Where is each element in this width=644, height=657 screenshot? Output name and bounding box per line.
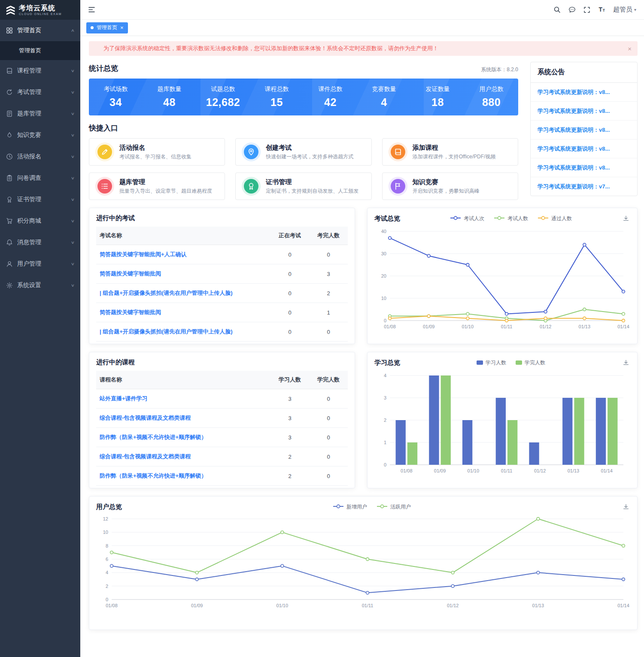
svg-text:01/12: 01/12 [540,324,552,329]
download-icon[interactable] [622,214,630,223]
shortcut-question-bank[interactable]: 题库管理批量导入导出、设定章节、题目难易程度 [89,173,225,200]
chevron-down-icon: ∨ [71,69,75,73]
exam-row: | 组合题+开启摄像头抓拍(请先在用户管理中上传人脸)02 [96,284,348,303]
legend-label: 考试人数 [507,215,528,222]
announcement-link[interactable]: 学习考试系统更新说明：v8... [531,102,637,121]
svg-text:4: 4 [106,570,108,575]
exam-name-link[interactable]: | 组合题+开启摄像头抓拍(请先在用户管理中上传人脸) [100,328,233,335]
exam-column-header: 正在考试 [270,227,309,245]
medal-icon [242,177,261,196]
svg-text:6: 6 [106,557,108,562]
legend-item[interactable]: 活跃用户 [377,503,411,511]
alert-close-icon[interactable]: × [628,45,632,52]
font-size-icon[interactable]: TT [598,6,605,13]
download-icon[interactable] [622,358,630,367]
shortcut-desc: 批量导入导出、设定章节、题目难易程度 [119,188,212,195]
menu-fold-icon[interactable] [85,3,98,16]
announcement-link[interactable]: 学习考试系统更新说明：v8... [531,121,637,139]
chevron-down-icon: ∨ [71,197,75,202]
sidebar-item-shop[interactable]: 积分商城∨ [0,210,80,232]
legend-item[interactable]: 通过人数 [538,215,572,222]
shortcut-grid: 活动报名考试报名、学习报名、信息收集创建考试快速创建一场考试，支持多种选题方式添… [89,138,518,200]
shortcut-desc: 考试报名、学习报名、信息收集 [119,153,191,160]
course-name-link[interactable]: 综合课程-包含视频课程及文档类课程 [100,453,191,460]
exam-name-link[interactable]: | 组合题+开启摄像头抓拍(请先在用户管理中上传人脸) [100,290,233,296]
sidebar-item-course[interactable]: 课程管理∨ [0,60,80,82]
search-icon[interactable] [553,6,561,13]
shortcut-add-course[interactable]: 添加课程添加课程课件，支持Office/PDF/视频 [382,138,518,166]
legend-label: 学习人数 [486,359,506,366]
message-icon[interactable] [568,6,576,13]
shortcut-create-exam[interactable]: 创建考试快速创建一场考试，支持多种选题方式 [235,138,371,166]
learning-overview-card: 学习总览 学习人数学完人数 0123401/0801/0901/1001/110… [367,352,638,488]
course-name-link[interactable]: 防作弊（防呆+视频不允许快进+顺序解锁） [100,434,207,440]
clock-icon [6,153,13,160]
sidebar-item-survey[interactable]: 问卷调查∨ [0,167,80,189]
course-name-link[interactable]: 防作弊（防呆+视频不允许快进+顺序解锁） [100,472,207,479]
legend-item[interactable]: 学完人数 [516,359,545,366]
main-area: TT 超管员 ▾ 管理首页 × 为了保障演示系统的稳定性，重要演示数据无法修改和… [80,0,644,657]
stat-label: 用户总数 [465,85,518,93]
row-exams: 进行中的考试 考试名称正在考试考完人数 简答题按关键字智能批阅+人工确认00简答… [89,208,638,344]
stat-item: 课件总数42 [304,85,357,109]
shortcut-title: 题库管理 [119,178,212,186]
sidebar-item-user[interactable]: 用户管理∨ [0,253,80,275]
svg-text:8: 8 [106,543,108,548]
fullscreen-icon[interactable] [583,6,590,13]
sidebar-item-exam[interactable]: 考试管理∨ [0,82,80,103]
tab-active-dot [91,26,94,29]
legend-item[interactable]: 新增用户 [333,503,367,511]
sidebar-item-contest[interactable]: 知识竞赛∨ [0,124,80,146]
download-icon[interactable] [622,503,630,511]
exam-chart-legend: 考试人次考试人数通过人数 [400,215,622,222]
app-title: 考培云系统 [19,4,62,12]
tab-close-icon[interactable]: × [120,25,124,30]
chart-bar-svg: 0123401/0801/0901/1001/1101/1201/1301/14 [374,370,630,476]
course-row: 防作弊（防呆+视频不允许快进+顺序解锁）30 [96,428,348,447]
topbar: TT 超管员 ▾ [80,0,644,20]
announcement-link[interactable]: 学习考试系统更新说明：v8... [531,158,637,177]
tab-dashboard[interactable]: 管理首页 × [86,22,128,33]
announcement-link[interactable]: 学习考试系统更新说明：v8... [531,83,637,102]
svg-text:0: 0 [106,597,108,602]
legend-item[interactable]: 考试人次 [450,215,484,222]
ongoing-exams-title: 进行中的考试 [96,214,135,222]
exam-name-link[interactable]: 简答题按关键字智能批阅 [100,270,161,277]
stat-item: 发证数量18 [411,85,465,109]
course-name-link[interactable]: 站外直播+课件学习 [100,395,148,402]
sidebar-item-label: 系统设置 [17,282,71,289]
book-icon [6,67,13,74]
exam-row: | 组合题+开启摄像头抓拍(请先在用户管理中上传人脸)00 [96,322,348,342]
sidebar-item-settings[interactable]: 系统设置∨ [0,275,80,296]
svg-text:01/10: 01/10 [276,603,289,608]
sidebar-item-label: 用户管理 [17,260,71,268]
course-name-link[interactable]: 综合课程-包含视频课程及文档类课程 [100,415,191,421]
sidebar-item-cert[interactable]: 证书管理∨ [0,189,80,210]
sidebar-item-label: 课程管理 [17,67,71,75]
shortcut-title: 添加课程 [413,144,496,152]
sidebar-item-activity[interactable]: 活动报名∨ [0,146,80,167]
app-logo[interactable]: 考培云系统 CLOUD ONLINE EXAM [0,0,80,20]
legend-item[interactable]: 学习人数 [477,359,506,366]
announcement-link[interactable]: 学习考试系统更新说明：v7... [531,177,637,196]
shortcut-desc: 添加课程课件，支持Office/PDF/视频 [413,153,496,160]
svg-text:1: 1 [384,440,386,445]
shortcut-knowledge-contest[interactable]: 知识竞赛开启知识竞赛，勇攀知识高峰 [382,173,518,200]
exam-overview-card: 考试总览 考试人次考试人数通过人数 01020304001/0801/0901/… [367,208,638,344]
legend-item[interactable]: 考试人数 [494,215,528,222]
sidebar-item-message[interactable]: 消息管理∨ [0,232,80,253]
exam-name-link[interactable]: 简答题按关键字智能批阅 [100,309,161,315]
user-dropdown[interactable]: 超管员 ▾ [613,6,636,14]
svg-text:T: T [599,6,603,13]
sidebar-item-bank[interactable]: 题库管理∨ [0,103,80,124]
shortcut-certificate[interactable]: 证书管理定制证书，支持规则自动发放、人工颁发 [235,173,371,200]
pencil-icon [95,142,114,161]
exam-name-link[interactable]: 简答题按关键字智能批阅+人工确认 [100,251,187,257]
shortcut-activity-signup[interactable]: 活动报名考试报名、学习报名、信息收集 [89,138,225,166]
sidebar-item-home[interactable]: 管理首页∧ [0,20,80,41]
announcement-link[interactable]: 学习考试系统更新说明：v8... [531,139,637,158]
stat-label: 试题总数 [196,85,250,93]
sidebar-subitem-home[interactable]: 管理首页 [0,41,80,60]
exam-chart-header: 考试总览 考试人次考试人数通过人数 [374,214,630,223]
svg-text:3: 3 [384,395,386,400]
